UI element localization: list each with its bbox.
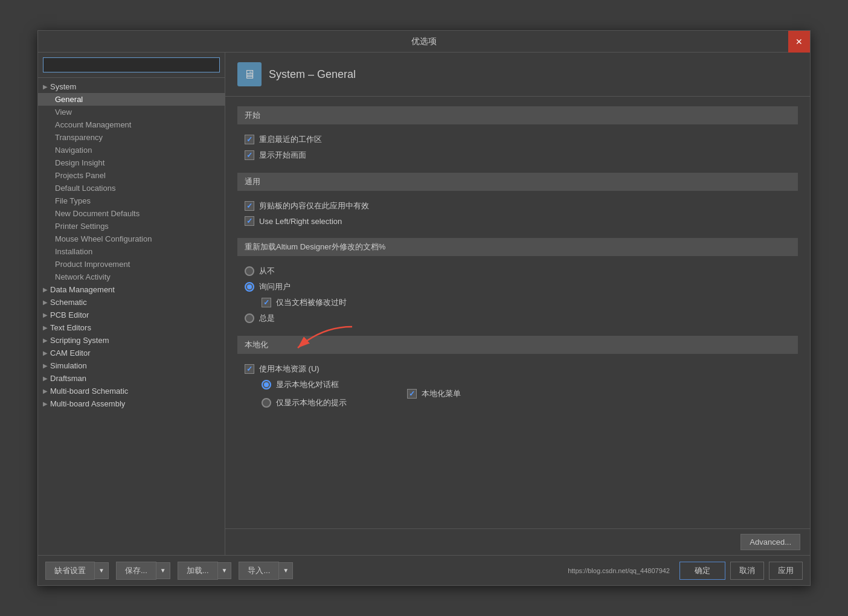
sidebar-item-schematic[interactable]: ▶Schematic <box>38 296 225 309</box>
reopen-workspace-label: 重启最近的工作区 <box>259 134 322 145</box>
sidebar-item-network-activity[interactable]: Network Activity <box>38 271 225 283</box>
use-left-right-label: Use Left/Right selection <box>259 217 342 226</box>
sidebar-item-data-management[interactable]: ▶Data Management <box>38 283 225 296</box>
sidebar-item-label: New Document Defaults <box>55 209 140 218</box>
reload-section: 重新加载Altium Designer外修改的文档% 从不 询问用户 仅当 <box>237 238 798 329</box>
save-arrow[interactable]: ▼ <box>156 562 170 579</box>
sidebar-item-label: Account Management <box>55 120 131 129</box>
only-modified-row: 仅当文档被修改过时 <box>262 295 791 310</box>
sidebar-item-file-types[interactable]: File Types <box>38 194 225 207</box>
load-button[interactable]: 加载... <box>178 562 218 580</box>
localize-menu-checkbox[interactable] <box>407 389 417 399</box>
title-bar: 优选项 ✕ <box>38 31 810 53</box>
apply-button[interactable]: 应用 <box>769 562 803 580</box>
always-row: 总是 <box>245 310 791 326</box>
sidebar-item-multi-board-assembly[interactable]: ▶Multi-board Assembly <box>38 397 225 410</box>
localize-menu-label: 本地化菜单 <box>422 388 461 399</box>
sidebar-item-label: Default Locations <box>55 184 115 193</box>
sidebar-item-new-doc-defaults[interactable]: New Document Defaults <box>38 207 225 220</box>
sidebar-item-product-improvement[interactable]: Product Improvement <box>38 258 225 271</box>
sidebar-item-multi-board-schematic[interactable]: ▶Multi-board Schematic <box>38 385 225 397</box>
panel-icon: 🖥 <box>237 62 262 86</box>
sidebar-item-label: Navigation <box>55 146 92 155</box>
default-settings-button[interactable]: 缺省设置 <box>45 562 95 580</box>
show-dialog-radio[interactable] <box>262 380 271 390</box>
tree-arrow: ▶ <box>43 324 48 331</box>
search-input[interactable] <box>43 57 220 72</box>
reopen-workspace-checkbox[interactable] <box>245 135 254 144</box>
ok-button[interactable]: 确定 <box>679 562 725 580</box>
sidebar-item-transparency[interactable]: Transparency <box>38 131 225 144</box>
tree-arrow: ▶ <box>43 400 48 407</box>
sidebar-item-cam-editor[interactable]: ▶CAM Editor <box>38 347 225 359</box>
reload-header: 重新加载Altium Designer外修改的文档% <box>237 238 798 256</box>
sidebar-item-label: Printer Settings <box>55 222 109 231</box>
show-startup-row: 显示开始画面 <box>245 147 791 163</box>
sidebar-item-printer-settings[interactable]: Printer Settings <box>38 220 225 233</box>
sidebar-item-label: Text Editors <box>50 323 91 332</box>
show-startup-checkbox[interactable] <box>245 150 254 160</box>
tree-arrow: ▶ <box>43 388 48 394</box>
sidebar-item-text-editors[interactable]: ▶Text Editors <box>38 321 225 334</box>
sidebar-item-installation[interactable]: Installation <box>38 245 225 258</box>
use-local-resources-checkbox[interactable] <box>245 364 254 374</box>
default-settings-arrow[interactable]: ▼ <box>95 562 109 579</box>
sidebar-item-account[interactable]: Account Management <box>38 118 225 131</box>
sidebar-item-general[interactable]: General <box>38 93 225 106</box>
close-button[interactable]: ✕ <box>788 31 810 53</box>
search-box <box>38 53 225 78</box>
startup-header: 开始 <box>237 106 798 124</box>
clipboard-checkbox[interactable] <box>245 201 254 211</box>
preferences-dialog: 优选项 ✕ ▶SystemGeneralViewAccount Manageme… <box>37 30 811 586</box>
import-button[interactable]: 导入... <box>239 562 279 580</box>
sidebar-item-label: View <box>55 107 72 117</box>
tree-container: ▶SystemGeneralViewAccount ManagementTran… <box>38 78 225 555</box>
sidebar-item-scripting-system[interactable]: ▶Scripting System <box>38 334 225 347</box>
never-radio[interactable] <box>245 266 254 276</box>
only-modified-label: 仅当文档被修改过时 <box>276 297 347 308</box>
use-left-right-checkbox[interactable] <box>245 216 254 226</box>
sidebar-item-default-locations[interactable]: Default Locations <box>38 182 225 194</box>
panel-footer: Advanced... <box>225 528 810 555</box>
sidebar-item-label: Mouse Wheel Configuration <box>55 234 152 243</box>
localization-body: 使用本地资源 (U) 显示本地化对话框 <box>237 359 798 413</box>
sidebar-item-design-insight[interactable]: Design Insight <box>38 156 225 169</box>
only-hints-label: 仅显示本地化的提示 <box>276 397 347 408</box>
sidebar-item-view[interactable]: View <box>38 106 225 118</box>
startup-body: 重启最近的工作区 显示开始画面 <box>237 129 798 165</box>
clipboard-label: 剪贴板的内容仅在此应用中有效 <box>259 201 369 211</box>
sidebar-item-simulation[interactable]: ▶Simulation <box>38 359 225 372</box>
localization-header: 本地化 <box>237 336 798 354</box>
reopen-workspace-row: 重启最近的工作区 <box>245 132 791 147</box>
always-radio[interactable] <box>245 313 254 323</box>
panel-icon-symbol: 🖥 <box>243 68 255 82</box>
general-header: 通用 <box>237 173 798 191</box>
import-arrow[interactable]: ▼ <box>279 562 293 579</box>
sidebar-item-draftsman[interactable]: ▶Draftsman <box>38 372 225 385</box>
clipboard-local-row: 剪贴板的内容仅在此应用中有效 <box>245 198 791 214</box>
sidebar-item-pcb-editor[interactable]: ▶PCB Editor <box>38 309 225 321</box>
never-label: 从不 <box>259 266 275 277</box>
sidebar-item-projects-panel[interactable]: Projects Panel <box>38 169 225 182</box>
sidebar-item-label: File Types <box>55 196 91 205</box>
url-text: https://blog.csdn.net/qq_44807942 <box>568 567 670 574</box>
advanced-button[interactable]: Advanced... <box>740 534 800 550</box>
sidebar-item-mouse-wheel[interactable]: Mouse Wheel Configuration <box>38 233 225 245</box>
sidebar-item-label: Schematic <box>50 298 87 307</box>
sidebar-item-label: Simulation <box>50 361 87 370</box>
sidebar-item-navigation[interactable]: Navigation <box>38 144 225 156</box>
panel-content: 开始 重启最近的工作区 显示开始画面 通用 <box>225 97 810 528</box>
localization-suboptions: 显示本地化对话框 仅显示本地化的提示 本地化菜单 <box>262 377 791 411</box>
show-dialog-row: 显示本地化对话框 <box>262 377 347 393</box>
show-startup-label: 显示开始画面 <box>259 150 306 161</box>
ask-user-radio[interactable] <box>245 282 254 292</box>
sidebar-item-label: General <box>55 95 83 104</box>
only-modified-checkbox[interactable] <box>262 298 271 307</box>
cancel-button[interactable]: 取消 <box>730 562 764 580</box>
only-hints-radio[interactable] <box>262 398 271 408</box>
load-arrow[interactable]: ▼ <box>218 562 232 579</box>
save-button[interactable]: 保存... <box>116 562 156 580</box>
sidebar-item-label: Multi-board Schematic <box>50 387 128 396</box>
sidebar-item-system[interactable]: ▶System <box>38 80 225 93</box>
content-area: ▶SystemGeneralViewAccount ManagementTran… <box>38 53 810 555</box>
